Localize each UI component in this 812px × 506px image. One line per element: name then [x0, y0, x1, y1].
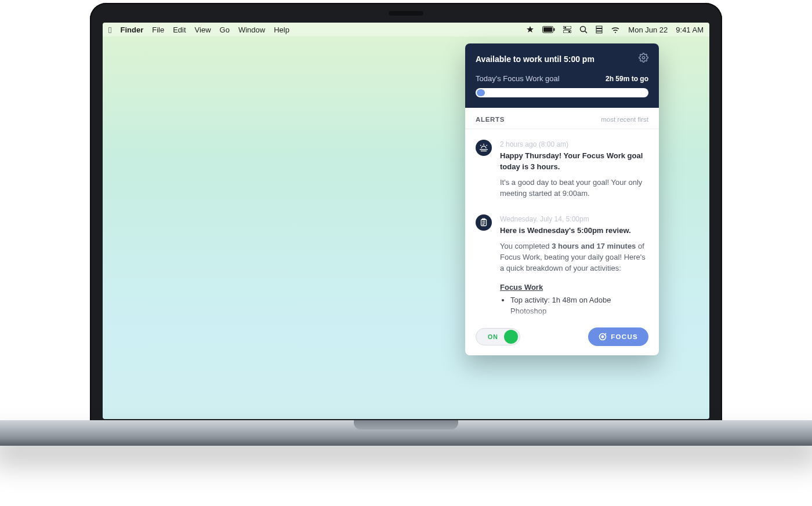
laptop-bezel:  Finder File Edit View Go Window Help [90, 3, 722, 426]
laptop-notch [389, 11, 423, 16]
apple-menu-icon[interactable]:  [108, 25, 111, 35]
alert-body: You completed 3 hours and 17 minutes of … [500, 241, 648, 274]
spotlight-icon[interactable] [579, 26, 588, 34]
settings-button[interactable] [639, 53, 648, 65]
menubar-date[interactable]: Mon Jun 22 [628, 26, 668, 34]
menu-edit[interactable]: Edit [173, 26, 186, 34]
macos-menubar:  Finder File Edit View Go Window Help [103, 23, 709, 37]
alerts-header: ALERTS most recent first [465, 108, 659, 129]
svg-line-8 [585, 31, 588, 34]
svg-point-5 [564, 27, 566, 28]
desktop:  Finder File Edit View Go Window Help [103, 23, 709, 419]
svg-point-7 [581, 27, 586, 32]
panel-footer: ON FOCUS [465, 321, 659, 355]
alert-item: 2 hours ago (8:00 am) Happy Thursday! Yo… [476, 140, 648, 199]
control-center-icon[interactable] [563, 26, 571, 33]
laptop-base [0, 420, 812, 446]
menu-view[interactable]: View [195, 26, 211, 34]
clipboard-icon [476, 214, 492, 231]
menubar-app-name[interactable]: Finder [120, 26, 143, 34]
svg-rect-9 [596, 26, 602, 28]
alerts-sort[interactable]: most recent first [601, 116, 648, 123]
svg-point-12 [642, 56, 644, 59]
focus-goal-label: Today's Focus Work goal [476, 74, 560, 83]
svg-rect-2 [554, 28, 555, 31]
menu-help[interactable]: Help [274, 26, 289, 34]
alert-headline: Happy Thursday! Your Focus Work goal tod… [500, 151, 648, 173]
focus-goal-remaining: 2h 59m to go [606, 75, 648, 83]
alert-body-bold: 3 hours and 17 minutes [552, 242, 636, 250]
svg-rect-1 [543, 27, 552, 32]
alerts-title: ALERTS [476, 116, 505, 123]
alert-item: Wednesday, July 14, 5:00pm Here is Wedne… [476, 214, 648, 321]
svg-point-6 [568, 31, 570, 32]
svg-rect-11 [596, 31, 602, 33]
alert-timestamp: 2 hours ago (8:00 am) [500, 140, 648, 150]
tracking-toggle[interactable]: ON [476, 328, 520, 345]
focus-work-section: Focus Work [500, 282, 648, 293]
menu-extra-icon[interactable] [596, 26, 603, 34]
wifi-icon[interactable] [611, 26, 620, 33]
alert-body: It's a good day to beat your goal! Your … [500, 177, 648, 199]
battery-icon[interactable] [542, 26, 555, 33]
alert-headline: Here is Wednesday's 5:00pm review. [500, 225, 648, 236]
toggle-knob [504, 330, 518, 344]
focus-button[interactable]: FOCUS [588, 327, 648, 346]
toggle-label: ON [488, 333, 498, 340]
focus-progress-fill [477, 89, 485, 96]
alert-timestamp: Wednesday, July 14, 5:00pm [500, 214, 648, 224]
svg-point-21 [602, 336, 604, 337]
target-icon [599, 333, 607, 341]
alert-body-pre: You completed [500, 242, 552, 250]
menu-file[interactable]: File [152, 26, 164, 34]
availability-text: Available to work until 5:00 pm [476, 54, 594, 64]
menu-go[interactable]: Go [220, 26, 230, 34]
top-activity: Top activity: 1h 48m on Adobe Photoshop [510, 295, 648, 317]
menubar-app-icon[interactable] [526, 26, 534, 34]
rescuetime-panel: Available to work until 5:00 pm Today's … [465, 43, 659, 355]
svg-rect-10 [596, 29, 602, 31]
menubar-time[interactable]: 9:41 AM [676, 26, 704, 34]
svg-line-22 [604, 333, 606, 335]
sunrise-icon [476, 140, 492, 156]
alerts-list[interactable]: 2 hours ago (8:00 am) Happy Thursday! Yo… [465, 129, 659, 321]
menu-window[interactable]: Window [238, 26, 265, 34]
panel-header: Available to work until 5:00 pm Today's … [465, 43, 659, 108]
focus-button-label: FOCUS [611, 333, 638, 340]
focus-progress-bar [476, 88, 648, 97]
laptop-mockup:  Finder File Edit View Go Window Help [90, 3, 722, 455]
